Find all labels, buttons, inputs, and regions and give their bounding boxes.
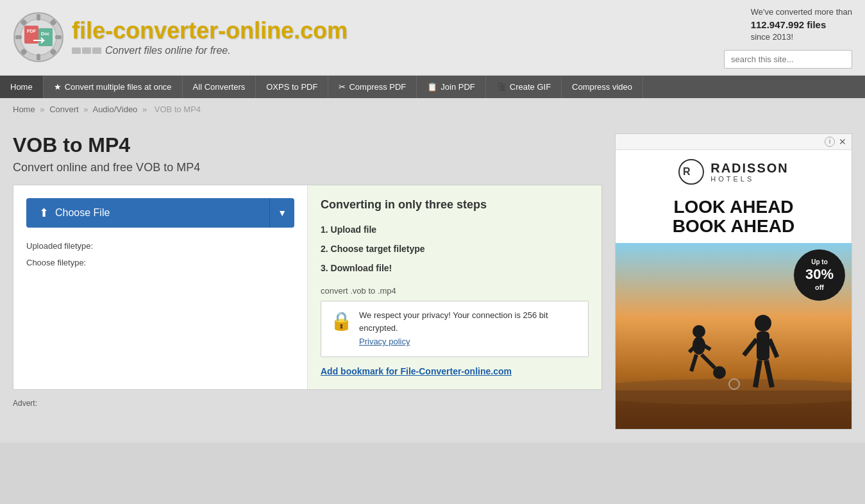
ad-discount-badge: Up to 30% off — [794, 249, 845, 301]
breadcrumb-audiovideo[interactable]: Audio/Video — [92, 105, 137, 114]
nav-label-join-pdf: Join PDF — [441, 82, 474, 92]
page-subtitle: Convert online and free VOB to MP4 — [13, 161, 602, 174]
breadcrumb-current: VOB to MP4 — [155, 105, 201, 114]
steps-title: Converting in only three steps — [321, 198, 589, 212]
privacy-box: 🔒 We respect your privacy! Your connecti… — [321, 301, 589, 357]
site-title[interactable]: file-converter-online.com — [72, 18, 348, 44]
ad-content: R RADISSON HOTELS LOOK AHEAD BOOK AHEAD … — [616, 150, 852, 430]
svg-line-27 — [744, 339, 757, 355]
svg-line-28 — [769, 339, 777, 357]
logo-icon: PDF Doc — [13, 12, 64, 63]
choose-file-dropdown-button[interactable]: ▼ — [269, 198, 294, 228]
svg-point-24 — [713, 366, 726, 379]
ad-close-icon[interactable]: ✕ — [839, 137, 846, 147]
main-content: VOB to MP4 Convert online and free VOB t… — [0, 121, 865, 443]
privacy-text: We respect your privacy! Your connection… — [359, 309, 579, 349]
breadcrumb-sep2: » — [83, 105, 88, 114]
steps-list: 1. Upload file 2. Choose target filetype… — [321, 221, 589, 277]
radisson-name-block: RADISSON HOTELS — [710, 161, 789, 183]
uploaded-filetype-label: Uploaded filetype: — [26, 238, 294, 255]
nav-item-create-gif[interactable]: 🎥 Create GIF — [486, 76, 562, 98]
breadcrumb-home[interactable]: Home — [13, 105, 35, 114]
breadcrumb: Home » Convert » Audio/Video » VOB to MP… — [0, 98, 865, 121]
choose-file-button[interactable]: ⬆ Choose File — [26, 198, 269, 228]
radisson-header: R RADISSON HOTELS — [616, 150, 852, 191]
discount-prefix: Up to — [811, 258, 828, 266]
privacy-policy-link[interactable]: Privacy policy — [359, 337, 410, 346]
breadcrumb-sep1: » — [40, 105, 44, 114]
nav-label-all: All Converters — [193, 82, 246, 92]
step-2: 2. Choose target filetype — [321, 240, 589, 258]
svg-line-22 — [691, 355, 696, 371]
convert-label: convert .vob to .mp4 — [321, 286, 589, 296]
nav-label-multiple: Convert multiple files at once — [65, 82, 172, 92]
svg-text:Doc: Doc — [41, 31, 49, 36]
radisson-sub: HOTELS — [710, 175, 789, 183]
lock-icon: 🔒 — [330, 310, 353, 332]
silhouettes — [616, 288, 852, 429]
breadcrumb-sep3: » — [142, 105, 147, 114]
chevron-down-icon: ▼ — [278, 208, 287, 218]
page-title: VOB to MP4 — [13, 133, 602, 157]
ad-info-icon[interactable]: i — [825, 137, 835, 147]
svg-rect-3 — [37, 54, 40, 60]
site-subtitle: Convert files online for free. — [72, 45, 348, 56]
svg-point-19 — [693, 325, 705, 338]
nav-label-oxps: OXPS to PDF — [266, 82, 317, 92]
converter-area: ⬆ Choose File ▼ Uploaded filetype: Choos… — [13, 185, 602, 390]
ad-panel: i ✕ R RADISSON HOTELS LOOK AHEAD — [615, 133, 852, 430]
main-nav: Home ★ Convert multiple files at once Al… — [0, 76, 865, 98]
nav-item-home[interactable]: Home — [0, 76, 44, 98]
search-input[interactable] — [724, 50, 852, 69]
clipboard-icon: 📋 — [427, 82, 437, 92]
bookmark-link[interactable]: Add bookmark for File-Converter-online.c… — [321, 366, 589, 376]
nav-item-compress-video[interactable]: Compress video — [562, 76, 643, 98]
step-3: 3. Download file! — [321, 259, 589, 277]
upload-icon: ⬆ — [39, 206, 49, 220]
choose-file-label: Choose File — [55, 207, 110, 219]
nav-label-home: Home — [10, 82, 33, 92]
discount-percent: 30% — [805, 266, 834, 283]
radisson-brand: RADISSON — [710, 161, 789, 175]
discount-suffix: off — [815, 283, 824, 292]
site-header: PDF Doc file-converter-online.com Conver… — [0, 0, 865, 76]
nav-item-compress-pdf[interactable]: ✂ Compress PDF — [328, 76, 417, 98]
scissors-icon: ✂ — [339, 82, 346, 92]
logo-text-area: file-converter-online.com Convert files … — [72, 18, 348, 56]
camera-icon: 🎥 — [496, 82, 507, 92]
advert-label: Advert: — [13, 396, 602, 408]
step-1: 1. Upload file — [321, 221, 589, 239]
choose-filetype-label: Choose filetype: — [26, 255, 294, 271]
star-icon: ★ — [54, 82, 62, 92]
choose-file-button-wrap: ⬆ Choose File ▼ — [26, 198, 294, 228]
nav-item-all-converters[interactable]: All Converters — [183, 76, 256, 98]
upload-panel: ⬆ Choose File ▼ Uploaded filetype: Choos… — [13, 185, 308, 389]
svg-rect-26 — [757, 332, 769, 360]
svg-rect-4 — [15, 35, 22, 39]
svg-text:PDF: PDF — [27, 29, 37, 33]
radisson-logo-icon: R — [678, 159, 704, 185]
nav-label-compress-pdf: Compress PDF — [349, 82, 406, 92]
subtitle-text: Convert files online for free. — [105, 45, 231, 56]
logo-area: PDF Doc file-converter-online.com Conver… — [13, 12, 348, 63]
svg-rect-5 — [55, 35, 62, 39]
svg-line-23 — [701, 355, 715, 368]
steps-panel: Converting in only three steps 1. Upload… — [308, 185, 601, 389]
ad-top-bar: i ✕ — [616, 134, 852, 150]
nav-label-compress-video: Compress video — [572, 82, 632, 92]
left-content: VOB to MP4 Convert online and free VOB t… — [13, 133, 602, 430]
ad-box: i ✕ R RADISSON HOTELS LOOK AHEAD — [615, 133, 852, 430]
breadcrumb-convert[interactable]: Convert — [49, 105, 79, 114]
nav-item-multiple[interactable]: ★ Convert multiple files at once — [44, 76, 183, 98]
svg-point-17 — [616, 379, 852, 405]
conversion-count: We've converted more than 112.947.992 fi… — [751, 6, 852, 44]
subtitle-icons — [72, 47, 101, 54]
header-right: We've converted more than 112.947.992 fi… — [724, 6, 852, 69]
ad-headline: LOOK AHEAD BOOK AHEAD — [616, 191, 852, 244]
ad-image-area[interactable]: Up to 30% off — [616, 243, 852, 429]
nav-item-oxps[interactable]: OXPS to PDF — [256, 76, 328, 98]
svg-rect-2 — [37, 14, 40, 21]
nav-item-join-pdf[interactable]: 📋 Join PDF — [417, 76, 485, 98]
svg-point-25 — [755, 315, 771, 332]
nav-label-create-gif: Create GIF — [510, 82, 551, 92]
